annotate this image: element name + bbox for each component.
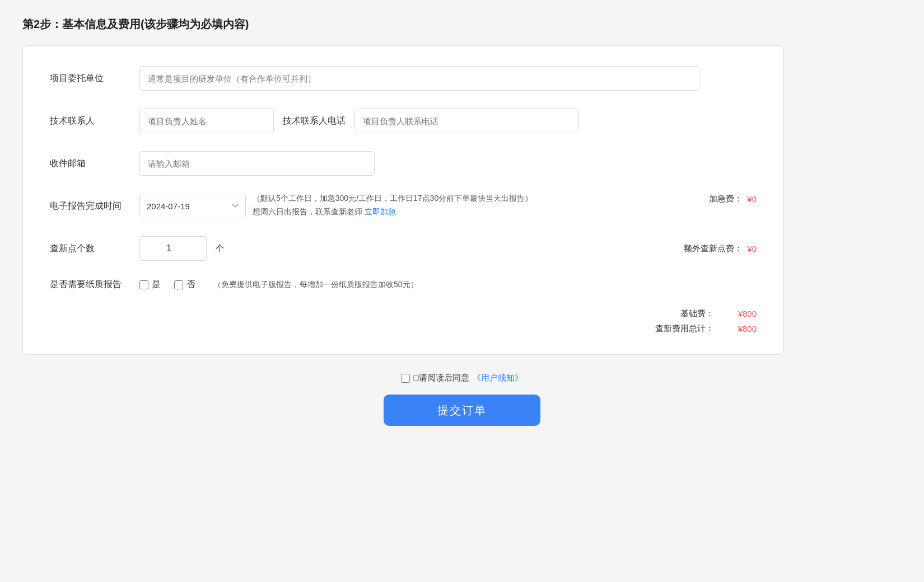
- client-unit-content: [139, 66, 757, 91]
- agree-checkbox[interactable]: [401, 374, 410, 383]
- paper-no-checkbox[interactable]: [174, 280, 183, 289]
- email-label: 收件邮箱: [50, 158, 139, 170]
- report-time-label: 电子报告完成时间: [50, 200, 139, 212]
- paper-yes-option[interactable]: 是: [139, 279, 161, 290]
- qty-unit: 个: [216, 243, 224, 254]
- report-time-row: 电子报告完成时间 2024-07-19 （默认5个工作日，加急300元/工作日，…: [50, 194, 757, 218]
- email-content: [139, 151, 757, 176]
- query-points-label: 查新点个数: [50, 243, 139, 255]
- agree-row: □请阅读后同意 《用户须知》: [401, 373, 522, 383]
- total-fee-row: 查新费用总计： ¥800: [655, 323, 757, 334]
- urgent-link[interactable]: 立即加急: [365, 207, 396, 216]
- bottom-section: □请阅读后同意 《用户须知》 提交订单: [22, 373, 902, 426]
- summary-section: 基础费： ¥800 查新费用总计： ¥800: [50, 308, 757, 334]
- report-time-notes: （默认5个工作日，加急300元/工作日，工作日17点30分前下单最快当天出报告）…: [253, 194, 533, 217]
- urgent-fee-value: ¥0: [747, 194, 757, 204]
- paper-report-content: 是 否 （免费提供电子版报告，每增加一份纸质版报告加收50元）: [139, 279, 757, 290]
- paper-report-label: 是否需要纸质报告: [50, 279, 139, 290]
- page-title: 第2步：基本信息及费用(该步骤均为必填内容): [22, 17, 902, 32]
- extra-fee-section: 额外查新点费： ¥0: [684, 243, 757, 254]
- report-time-content: 2024-07-19 （默认5个工作日，加急300元/工作日，工作日17点30分…: [139, 194, 757, 218]
- client-unit-label: 项目委托单位: [50, 73, 139, 85]
- client-unit-row: 项目委托单位: [50, 66, 757, 91]
- tech-contact-name-input[interactable]: [139, 109, 274, 133]
- urgent-fee-section: 加急费： ¥0: [709, 194, 757, 204]
- paper-no-label: 否: [186, 279, 195, 290]
- tech-contact-row: 技术联系人 技术联系人电话: [50, 109, 757, 133]
- query-points-content: 个 额外查新点费： ¥0: [139, 236, 757, 261]
- extra-fee-label: 额外查新点费：: [684, 243, 743, 254]
- paper-report-row: 是否需要纸质报告 是 否 （免费提供电子版报告，每增加一份纸质版报告加收50元）: [50, 279, 757, 290]
- email-row: 收件邮箱: [50, 151, 757, 176]
- paper-yes-checkbox[interactable]: [139, 280, 148, 289]
- paper-yes-label: 是: [152, 279, 161, 290]
- tech-contact-label: 技术联系人: [50, 115, 139, 127]
- tech-contact-phone-input[interactable]: [354, 109, 578, 133]
- urgent-fee-label: 加急费：: [709, 194, 743, 204]
- submit-button[interactable]: 提交订单: [384, 395, 540, 426]
- client-unit-input[interactable]: [139, 66, 699, 91]
- email-input[interactable]: [139, 151, 375, 176]
- paper-note: （免费提供电子版报告，每增加一份纸质版报告加收50元）: [213, 280, 418, 290]
- report-time-note1: （默认5个工作日，加急300元/工作日，工作日17点30分前下单最快当天出报告）: [253, 194, 533, 204]
- form-card: 项目委托单位 技术联系人 技术联系人电话 收件邮箱 电子报告完成时间 2024-…: [22, 45, 784, 355]
- base-fee-value: ¥800: [723, 309, 757, 318]
- tech-contact-content: 技术联系人电话: [139, 109, 757, 133]
- base-fee-label: 基础费：: [680, 308, 714, 319]
- total-fee-label: 查新费用总计：: [655, 323, 714, 334]
- paper-no-option[interactable]: 否: [174, 279, 195, 290]
- tech-phone-label: 技术联系人电话: [283, 115, 346, 127]
- user-notice-link[interactable]: 《用户须知》: [473, 373, 523, 383]
- extra-fee-value: ¥0: [747, 244, 757, 254]
- report-date-select[interactable]: 2024-07-19: [139, 194, 246, 218]
- report-time-note2: 想周六日出报告，联系查新老师 立即加急: [253, 207, 533, 217]
- query-points-input[interactable]: [139, 236, 207, 261]
- paper-report-options: 是 否 （免费提供电子版报告，每增加一份纸质版报告加收50元）: [139, 279, 418, 290]
- total-fee-value: ¥800: [723, 324, 757, 334]
- base-fee-row: 基础费： ¥800: [680, 308, 757, 319]
- agree-text: □请阅读后同意: [413, 373, 469, 383]
- query-points-row: 查新点个数 个 额外查新点费： ¥0: [50, 236, 757, 261]
